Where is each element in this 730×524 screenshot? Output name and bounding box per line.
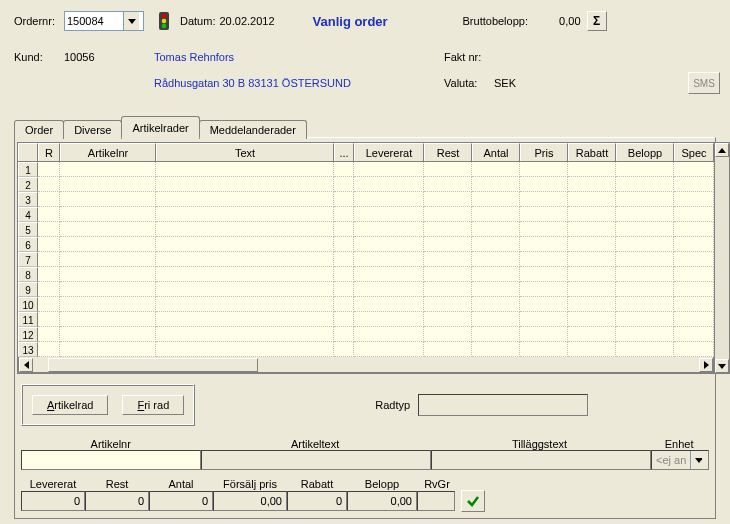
rvgr-input[interactable] <box>417 491 455 511</box>
row-number[interactable]: 7 <box>18 252 38 267</box>
row-number[interactable]: 8 <box>18 267 38 282</box>
grid-cell[interactable] <box>354 267 424 282</box>
column-header[interactable]: Antal <box>472 143 520 161</box>
grid-cell[interactable] <box>334 222 354 237</box>
grid-cell[interactable] <box>520 252 568 267</box>
grid-cell[interactable] <box>472 177 520 192</box>
grid-cell[interactable] <box>472 207 520 222</box>
grid-cell[interactable] <box>616 192 674 207</box>
grid-cell[interactable] <box>60 237 156 252</box>
rest-input[interactable] <box>85 491 149 511</box>
grid-cell[interactable] <box>38 177 60 192</box>
grid-cell[interactable] <box>568 237 616 252</box>
grid-cell[interactable] <box>38 312 60 327</box>
ordernr-dropdown[interactable] <box>64 11 144 31</box>
grid-cell[interactable] <box>568 252 616 267</box>
antal-input[interactable] <box>149 491 213 511</box>
grid-cell[interactable] <box>354 192 424 207</box>
table-row[interactable]: 3 <box>18 192 714 207</box>
row-number[interactable]: 10 <box>18 297 38 312</box>
column-header[interactable] <box>18 143 38 161</box>
grid-cell[interactable] <box>60 282 156 297</box>
grid-cell[interactable] <box>472 297 520 312</box>
grid-cell[interactable] <box>354 177 424 192</box>
grid-cell[interactable] <box>674 252 714 267</box>
grid-cell[interactable] <box>424 222 472 237</box>
grid-cell[interactable] <box>674 282 714 297</box>
grid-cell[interactable] <box>568 207 616 222</box>
grid-cell[interactable] <box>156 237 334 252</box>
grid-cell[interactable] <box>520 342 568 357</box>
grid-cell[interactable] <box>520 192 568 207</box>
grid-cell[interactable] <box>354 312 424 327</box>
grid-cell[interactable] <box>334 342 354 357</box>
column-header[interactable]: Pris <box>520 143 568 161</box>
column-header[interactable]: Text <box>156 143 334 161</box>
tab-artikelrader[interactable]: Artikelrader <box>121 116 199 138</box>
grid-cell[interactable] <box>472 222 520 237</box>
grid-cell[interactable] <box>616 177 674 192</box>
grid-cell[interactable] <box>156 207 334 222</box>
column-header[interactable]: Belopp <box>616 143 674 161</box>
grid-cell[interactable] <box>520 282 568 297</box>
grid-cell[interactable] <box>354 252 424 267</box>
grid-cell[interactable] <box>616 162 674 177</box>
grid-cell[interactable] <box>568 162 616 177</box>
grid-cell[interactable] <box>616 282 674 297</box>
levererat-input[interactable] <box>21 491 85 511</box>
grid-cell[interactable] <box>674 312 714 327</box>
grid-cell[interactable] <box>472 342 520 357</box>
grid-cell[interactable] <box>674 222 714 237</box>
grid-cell[interactable] <box>424 282 472 297</box>
grid-cell[interactable] <box>334 312 354 327</box>
row-number[interactable]: 11 <box>18 312 38 327</box>
column-header[interactable]: Artikelnr <box>60 143 156 161</box>
grid-cell[interactable] <box>424 342 472 357</box>
table-row[interactable]: 6 <box>18 237 714 252</box>
grid-cell[interactable] <box>472 267 520 282</box>
grid-cell[interactable] <box>424 162 472 177</box>
grid-cell[interactable] <box>60 297 156 312</box>
grid-cell[interactable] <box>156 342 334 357</box>
grid-cell[interactable] <box>472 282 520 297</box>
grid-cell[interactable] <box>60 312 156 327</box>
grid-cell[interactable] <box>472 192 520 207</box>
grid-cell[interactable] <box>38 192 60 207</box>
grid-cell[interactable] <box>38 342 60 357</box>
scroll-left-icon[interactable] <box>19 358 33 372</box>
column-header[interactable]: ... <box>334 143 354 161</box>
grid-cell[interactable] <box>674 327 714 342</box>
row-number[interactable]: 5 <box>18 222 38 237</box>
grid-cell[interactable] <box>156 267 334 282</box>
enhet-dropdown[interactable]: <ej an <box>651 450 709 470</box>
grid-cell[interactable] <box>156 162 334 177</box>
horizontal-scrollbar[interactable] <box>18 357 714 373</box>
grid-cell[interactable] <box>60 222 156 237</box>
confirm-button[interactable] <box>461 490 485 512</box>
grid-cell[interactable] <box>156 222 334 237</box>
grid-cell[interactable] <box>674 237 714 252</box>
row-number[interactable]: 1 <box>18 162 38 177</box>
ordernr-input[interactable] <box>65 12 123 30</box>
grid-cell[interactable] <box>334 297 354 312</box>
table-row[interactable]: 1 <box>18 162 714 177</box>
grid-cell[interactable] <box>616 222 674 237</box>
grid-cell[interactable] <box>424 327 472 342</box>
grid-cell[interactable] <box>334 237 354 252</box>
artikelrad-button[interactable]: Artikelrad <box>32 395 108 415</box>
tillaggstext-input[interactable] <box>431 450 651 470</box>
grid-cell[interactable] <box>616 237 674 252</box>
column-header[interactable]: Rabatt <box>568 143 616 161</box>
table-row[interactable]: 4 <box>18 207 714 222</box>
grid-cell[interactable] <box>568 267 616 282</box>
grid-cell[interactable] <box>472 162 520 177</box>
table-row[interactable]: 9 <box>18 282 714 297</box>
grid-cell[interactable] <box>674 342 714 357</box>
grid-cell[interactable] <box>472 252 520 267</box>
table-row[interactable]: 5 <box>18 222 714 237</box>
row-number[interactable]: 2 <box>18 177 38 192</box>
row-number[interactable]: 9 <box>18 282 38 297</box>
grid-cell[interactable] <box>334 252 354 267</box>
grid-cell[interactable] <box>674 162 714 177</box>
grid-cell[interactable] <box>520 177 568 192</box>
